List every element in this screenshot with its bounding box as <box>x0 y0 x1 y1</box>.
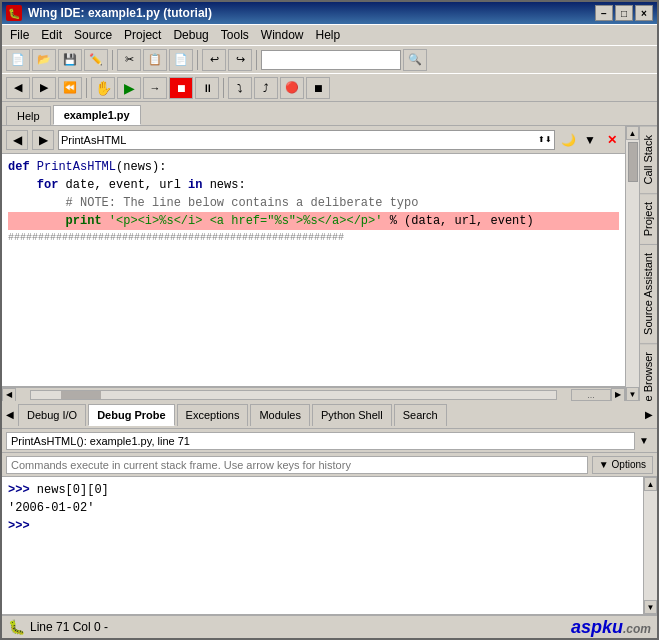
title-bar-left: 🐛 Wing IDE: example1.py (tutorial) <box>6 5 212 21</box>
maximize-button[interactable]: □ <box>615 5 633 21</box>
source-close-icon[interactable]: ✕ <box>603 131 621 149</box>
source-back-button[interactable]: ◀ <box>6 130 28 150</box>
console-line-1: >>> news[0][0] <box>8 481 637 499</box>
panel-tab-right-arrow[interactable]: ▶ <box>641 401 657 429</box>
menu-file[interactable]: File <box>4 26 35 44</box>
status-bar: 🐛 Line 71 Col 0 - aspku.com <box>2 614 657 638</box>
code-line-3: # NOTE: The line below contains a delibe… <box>8 194 619 212</box>
debug-stop-button[interactable]: ⏹ <box>306 77 330 99</box>
forward-button[interactable]: ▶ <box>32 77 56 99</box>
copy-button[interactable]: 📋 <box>143 49 167 71</box>
tab-python-shell[interactable]: Python Shell <box>312 404 392 426</box>
window-title: Wing IDE: example1.py (tutorial) <box>28 6 212 20</box>
bug-status-icon: 🐛 <box>8 619 24 635</box>
step-over-button[interactable]: ⤵ <box>228 77 252 99</box>
tab-debug-io[interactable]: Debug I/O <box>18 404 86 426</box>
close-button[interactable]: × <box>635 5 653 21</box>
right-sidebar: Call Stack Project Source Assistant Sour… <box>639 126 657 401</box>
menu-source[interactable]: Source <box>68 26 118 44</box>
paste-button[interactable]: 📄 <box>169 49 193 71</box>
menu-window[interactable]: Window <box>255 26 310 44</box>
function-name: PrintAsHTML <box>61 134 126 146</box>
h-scroll-thumb <box>61 391 101 399</box>
sidebar-tab-sourcebrowser[interactable]: Source Browser <box>640 343 657 401</box>
moon-icon[interactable]: 🌙 <box>559 131 577 149</box>
sep2 <box>197 50 198 70</box>
expand-icon[interactable]: ▼ <box>581 131 599 149</box>
watermark-dot: .com <box>623 622 651 636</box>
stop-button[interactable]: ⏹ <box>169 77 193 99</box>
search-input[interactable] <box>261 50 401 70</box>
undo-button[interactable]: ↩ <box>202 49 226 71</box>
vscroll-thumb <box>628 142 638 182</box>
console-output[interactable]: >>> news[0][0] '2006-01-02' >>> <box>2 477 643 614</box>
debug-header: PrintAsHTML(): example1.py, line 71 ▼ <box>2 429 657 453</box>
menu-debug[interactable]: Debug <box>167 26 214 44</box>
h-scroll-right-arrow[interactable]: ▶ <box>611 388 625 402</box>
editor-vscroll[interactable]: ▲ ▼ <box>625 126 639 401</box>
back-button[interactable]: ◀ <box>6 77 30 99</box>
vscroll-down-arrow[interactable]: ▼ <box>626 387 639 401</box>
sidebar-tab-sourceassistant[interactable]: Source Assistant <box>640 244 657 343</box>
step-out-button[interactable]: ⤴ <box>254 77 278 99</box>
debug-location-text: PrintAsHTML(): example1.py, line 71 <box>11 435 190 447</box>
toolbar1: 📄 📂 💾 ✏️ ✂ 📋 📄 ↩ ↪ 🔍 <box>2 46 657 74</box>
step-into-button[interactable]: → <box>143 77 167 99</box>
tab-search[interactable]: Search <box>394 404 447 426</box>
console-vscroll[interactable]: ▲ ▼ <box>643 477 657 614</box>
edit-button[interactable]: ✏️ <box>84 49 108 71</box>
toolbar2: ◀ ▶ ⏪ ✋ ▶ → ⏹ ⏸ ⤵ ⤴ 🔴 ⏹ <box>2 74 657 102</box>
pause-button[interactable]: ⏸ <box>195 77 219 99</box>
code-line-6: ########################################… <box>8 230 619 245</box>
tab-example1[interactable]: example1.py <box>53 105 141 125</box>
new-button[interactable]: 📄 <box>6 49 30 71</box>
sidebar-tab-callstack[interactable]: Call Stack <box>640 126 657 193</box>
save-button[interactable]: 💾 <box>58 49 82 71</box>
open-button[interactable]: 📂 <box>32 49 56 71</box>
sidebar-tab-project[interactable]: Project <box>640 193 657 244</box>
vscroll-up-arrow[interactable]: ▲ <box>626 126 639 140</box>
app-window: 🐛 Wing IDE: example1.py (tutorial) − □ ×… <box>0 0 659 640</box>
cut-button[interactable]: ✂ <box>117 49 141 71</box>
source-forward-button[interactable]: ▶ <box>32 130 54 150</box>
code-line-1: def PrintAsHTML(news): <box>8 158 619 176</box>
h-scroll-dots: ... <box>571 389 611 401</box>
h-scrollbar[interactable]: ◀ ... ▶ <box>2 387 625 401</box>
tab-debug-probe[interactable]: Debug Probe <box>88 404 174 426</box>
panel-tab-left-arrow[interactable]: ◀ <box>2 401 18 429</box>
console-vscroll-up[interactable]: ▲ <box>644 477 657 491</box>
editor-section: ◀ ▶ PrintAsHTML ⬆⬇ 🌙 ▼ ✕ def PrintAsHTML… <box>2 126 657 401</box>
watermark: aspku.com <box>571 617 651 638</box>
search-go-button[interactable]: 🔍 <box>403 49 427 71</box>
hand-button[interactable]: ✋ <box>91 77 115 99</box>
panel-tabs: Debug I/O Debug Probe Exceptions Modules… <box>18 404 641 426</box>
menu-tools[interactable]: Tools <box>215 26 255 44</box>
console-vscroll-down[interactable]: ▼ <box>644 600 657 614</box>
command-input[interactable] <box>6 456 588 474</box>
console-cmd-1: news[0][0] <box>37 483 109 497</box>
tab-modules[interactable]: Modules <box>250 404 310 426</box>
watermark-asp: asp <box>571 617 602 637</box>
cmd-bar: ▼ Options <box>2 453 657 477</box>
dropdown-arrow-icon: ⬆⬇ <box>538 135 552 144</box>
menu-edit[interactable]: Edit <box>35 26 68 44</box>
code-editor[interactable]: def PrintAsHTML(news): for date, event, … <box>2 154 625 387</box>
redo-button[interactable]: ↪ <box>228 49 252 71</box>
menu-help[interactable]: Help <box>310 26 347 44</box>
debug-header-arrow[interactable]: ▼ <box>635 435 653 446</box>
sep5 <box>223 78 224 98</box>
play-button[interactable]: ▶ <box>117 77 141 99</box>
tab-exceptions[interactable]: Exceptions <box>177 404 249 426</box>
bottom-panel: PrintAsHTML(): example1.py, line 71 ▼ ▼ … <box>2 429 657 614</box>
h-scroll-left-arrow[interactable]: ◀ <box>2 388 16 402</box>
minimize-button[interactable]: − <box>595 5 613 21</box>
tab-help[interactable]: Help <box>6 106 51 125</box>
source-toolbar: ◀ ▶ PrintAsHTML ⬆⬇ 🌙 ▼ ✕ <box>2 126 625 154</box>
sep1 <box>112 50 113 70</box>
status-left: 🐛 Line 71 Col 0 - <box>8 619 108 635</box>
function-dropdown[interactable]: PrintAsHTML ⬆⬇ <box>58 130 555 150</box>
rewind-button[interactable]: ⏪ <box>58 77 82 99</box>
breakpoint-button[interactable]: 🔴 <box>280 77 304 99</box>
options-button[interactable]: ▼ Options <box>592 456 653 474</box>
menu-project[interactable]: Project <box>118 26 167 44</box>
